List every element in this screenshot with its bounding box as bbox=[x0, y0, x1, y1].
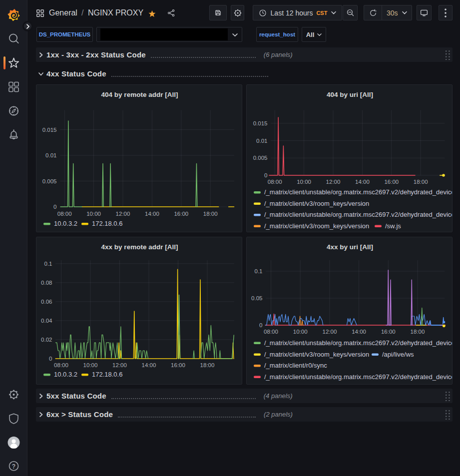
svg-text:0.05: 0.05 bbox=[251, 295, 262, 301]
svg-text:0.02: 0.02 bbox=[41, 337, 52, 343]
svg-text:12:00: 12:00 bbox=[116, 211, 130, 217]
svg-text:10:00: 10:00 bbox=[83, 362, 98, 368]
svg-text:0.01: 0.01 bbox=[256, 138, 267, 144]
svg-text:/_matrix/client/v3/room_keys/v: /_matrix/client/v3/room_keys/version bbox=[264, 222, 369, 230]
svg-text:18:00: 18:00 bbox=[203, 211, 218, 217]
svg-text:/_matrix/client/unstable/org.m: /_matrix/client/unstable/org.matrix.msc2… bbox=[264, 373, 453, 381]
svg-text:0.06: 0.06 bbox=[41, 299, 52, 305]
svg-text:08:00: 08:00 bbox=[57, 211, 72, 217]
svg-text:14:00: 14:00 bbox=[355, 179, 370, 185]
svg-text:0.015: 0.015 bbox=[42, 127, 57, 133]
svg-text:12:00: 12:00 bbox=[326, 179, 341, 185]
svg-text:14:00: 14:00 bbox=[142, 362, 156, 368]
svg-text:18:00: 18:00 bbox=[200, 362, 215, 368]
svg-text:16:00: 16:00 bbox=[381, 329, 396, 335]
svg-text:4xx by remote addr [All]: 4xx by remote addr [All] bbox=[101, 243, 178, 251]
svg-text:0.01: 0.01 bbox=[45, 152, 56, 158]
svg-text:4xx by uri [All]: 4xx by uri [All] bbox=[327, 243, 373, 251]
svg-text:0.04: 0.04 bbox=[41, 318, 52, 324]
svg-text:/api/live/ws: /api/live/ws bbox=[382, 351, 414, 358]
svg-text:10:00: 10:00 bbox=[293, 329, 308, 335]
svg-text:0.005: 0.005 bbox=[42, 178, 57, 184]
svg-text:0: 0 bbox=[264, 172, 267, 178]
svg-text:18:00: 18:00 bbox=[411, 329, 425, 335]
svg-text:/_matrix/client/unstable/org.m: /_matrix/client/unstable/org.matrix.msc2… bbox=[264, 211, 453, 218]
svg-text:/_matrix/client/r0/sync: /_matrix/client/r0/sync bbox=[264, 362, 327, 369]
svg-text:?: ? bbox=[12, 463, 15, 470]
svg-text:10.0.3.2: 10.0.3.2 bbox=[54, 220, 77, 227]
svg-text:172.18.0.6: 172.18.0.6 bbox=[92, 371, 122, 378]
svg-text:12:00: 12:00 bbox=[112, 362, 127, 368]
svg-text:0: 0 bbox=[259, 322, 262, 328]
svg-text:404 by uri [All]: 404 by uri [All] bbox=[327, 91, 373, 98]
svg-text:10:00: 10:00 bbox=[86, 211, 101, 217]
svg-text:16:00: 16:00 bbox=[174, 211, 188, 217]
svg-text:12:00: 12:00 bbox=[323, 329, 337, 335]
svg-text:0: 0 bbox=[53, 204, 56, 210]
svg-text:0.015: 0.015 bbox=[253, 120, 268, 126]
svg-text:14:00: 14:00 bbox=[145, 211, 159, 217]
svg-text:/sw.js: /sw.js bbox=[385, 222, 401, 230]
svg-text:/_matrix/client/unstable/org.m: /_matrix/client/unstable/org.matrix.msc2… bbox=[264, 188, 453, 196]
svg-text:10:00: 10:00 bbox=[297, 179, 311, 185]
svg-text:/_matrix/client/v3/room_keys/v: /_matrix/client/v3/room_keys/version bbox=[264, 351, 369, 358]
svg-text:0.1: 0.1 bbox=[255, 268, 263, 274]
svg-text:0.005: 0.005 bbox=[253, 155, 268, 161]
svg-text:18:00: 18:00 bbox=[414, 179, 428, 185]
svg-text:10.0.3.2: 10.0.3.2 bbox=[54, 371, 77, 378]
svg-text:16:00: 16:00 bbox=[384, 179, 399, 185]
svg-text:0: 0 bbox=[49, 356, 52, 362]
svg-text:0.08: 0.08 bbox=[41, 280, 52, 286]
svg-text:/_matrix/client/unstable/org.m: /_matrix/client/unstable/org.matrix.msc2… bbox=[264, 339, 453, 347]
svg-text:172.18.0.6: 172.18.0.6 bbox=[92, 220, 122, 227]
svg-text:/_matrix/client/v3/room_keys/v: /_matrix/client/v3/room_keys/version bbox=[264, 200, 369, 207]
svg-text:14:00: 14:00 bbox=[352, 329, 366, 335]
svg-text:08:00: 08:00 bbox=[264, 329, 278, 335]
svg-text:0.1: 0.1 bbox=[44, 261, 52, 267]
svg-text:08:00: 08:00 bbox=[268, 179, 282, 185]
svg-text:16:00: 16:00 bbox=[171, 362, 185, 368]
svg-text:404 by remote addr [All]: 404 by remote addr [All] bbox=[101, 91, 178, 98]
svg-text:08:00: 08:00 bbox=[54, 362, 68, 368]
